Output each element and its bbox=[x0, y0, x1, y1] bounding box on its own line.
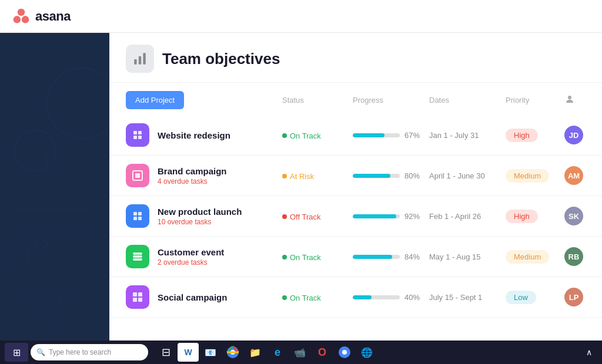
svg-rect-36 bbox=[138, 292, 142, 296]
col-header-status: Status bbox=[282, 96, 353, 105]
svg-rect-23 bbox=[138, 131, 142, 134]
project-name: Brand campaign bbox=[158, 166, 282, 176]
svg-rect-35 bbox=[133, 292, 137, 296]
svg-rect-25 bbox=[138, 136, 142, 139]
table-row[interactable]: Website redesign On Track 67% Jan 1 - Ju… bbox=[109, 115, 602, 156]
priority-badge: Medium bbox=[506, 250, 549, 264]
taskbar-app-word[interactable]: W bbox=[178, 343, 199, 362]
project-icon bbox=[126, 285, 149, 309]
progress-bar bbox=[353, 295, 400, 299]
status-label: On Track bbox=[290, 132, 321, 140]
svg-point-8 bbox=[59, 294, 71, 306]
top-bar: asana bbox=[0, 0, 602, 33]
project-list: Website redesign On Track 67% Jan 1 - Ju… bbox=[109, 115, 602, 318]
svg-point-2 bbox=[22, 16, 29, 23]
table-row[interactable]: New product launch 10 overdue tasks Off … bbox=[109, 196, 602, 237]
progress-bar bbox=[353, 133, 400, 137]
project-icon bbox=[126, 245, 149, 268]
project-avatar: SK bbox=[564, 207, 586, 225]
taskbar-right: ∧ bbox=[581, 344, 597, 360]
project-overdue: 4 overdue tasks bbox=[158, 177, 282, 186]
taskbar-app-mail[interactable]: 📧 bbox=[200, 343, 221, 362]
priority-badge: Low bbox=[506, 291, 536, 304]
page-header: Team objectives bbox=[109, 33, 602, 83]
svg-point-5 bbox=[6, 244, 29, 268]
taskbar-search[interactable]: 🔍 Type here to search bbox=[31, 344, 148, 360]
avatar: AM bbox=[564, 166, 583, 185]
svg-point-9 bbox=[24, 315, 35, 326]
project-status: On Track bbox=[282, 130, 353, 140]
table-row[interactable]: Social campaign On Track 40% July 15 - S… bbox=[109, 277, 602, 318]
taskbar-app-chrome[interactable] bbox=[222, 343, 243, 362]
project-dates: Feb 1 - April 26 bbox=[429, 212, 506, 221]
project-dates: May 1 - Aug 15 bbox=[429, 252, 506, 261]
status-label: Off Track bbox=[290, 213, 321, 221]
svg-rect-14 bbox=[33, 236, 48, 251]
project-overdue: 10 overdue tasks bbox=[158, 218, 282, 226]
project-name: Social campaign bbox=[158, 292, 282, 302]
project-dates: July 15 - Sept 1 bbox=[429, 293, 506, 302]
sidebar bbox=[0, 33, 109, 341]
asana-logo-icon bbox=[12, 7, 31, 26]
project-dates: Jan 1 - July 31 bbox=[429, 131, 506, 140]
avatar: SK bbox=[564, 207, 583, 225]
project-info: Website redesign bbox=[158, 130, 282, 140]
taskbar-app-chrome2[interactable] bbox=[334, 343, 355, 362]
taskbar-app-ie[interactable]: e bbox=[267, 343, 288, 362]
svg-point-6 bbox=[24, 291, 35, 303]
svg-rect-24 bbox=[133, 136, 137, 139]
start-button[interactable]: ⊞ bbox=[5, 343, 28, 362]
sidebar-decoration bbox=[0, 33, 109, 341]
avatar: RB bbox=[564, 247, 583, 266]
project-priority: Medium bbox=[506, 250, 564, 264]
svg-rect-30 bbox=[133, 217, 137, 220]
taskbar-app-zoom[interactable]: 📹 bbox=[289, 343, 310, 362]
svg-rect-28 bbox=[133, 212, 137, 215]
taskbar-app-folder[interactable]: 📁 bbox=[245, 343, 266, 362]
taskbar-app-tor[interactable]: 🌐 bbox=[356, 343, 377, 362]
column-headers: Status Progress Dates Priority bbox=[282, 94, 586, 107]
project-avatar: JD bbox=[564, 126, 586, 144]
search-icon: 🔍 bbox=[36, 348, 45, 356]
svg-rect-27 bbox=[135, 173, 140, 178]
project-icon bbox=[126, 164, 149, 187]
svg-point-10 bbox=[41, 315, 53, 326]
progress-bar bbox=[353, 214, 400, 218]
table-row[interactable]: Customer event 2 overdue tasks On Track … bbox=[109, 237, 602, 277]
project-priority: High bbox=[506, 129, 564, 142]
taskbar-app-opera[interactable]: O bbox=[312, 343, 333, 362]
status-label: On Track bbox=[290, 294, 321, 302]
project-avatar: LP bbox=[564, 288, 586, 306]
project-progress: 92% bbox=[353, 212, 429, 221]
project-status: On Track bbox=[282, 292, 353, 302]
priority-badge: High bbox=[506, 210, 538, 223]
svg-rect-37 bbox=[133, 298, 137, 302]
progress-percent: 80% bbox=[404, 171, 423, 180]
svg-rect-22 bbox=[133, 131, 137, 134]
svg-rect-20 bbox=[143, 53, 145, 65]
taskbar-app-files[interactable]: ⊟ bbox=[155, 343, 176, 362]
table-row[interactable]: Brand campaign 4 overdue tasks At Risk 8… bbox=[109, 156, 602, 196]
svg-rect-19 bbox=[139, 56, 141, 65]
project-priority: Medium bbox=[506, 169, 564, 183]
project-icon bbox=[126, 204, 149, 228]
svg-point-0 bbox=[18, 8, 25, 15]
avatar: JD bbox=[564, 126, 583, 144]
page-icon bbox=[126, 45, 154, 73]
project-progress: 40% bbox=[353, 293, 429, 302]
add-project-button[interactable]: Add Project bbox=[126, 91, 184, 109]
svg-rect-29 bbox=[138, 212, 142, 215]
project-progress: 67% bbox=[353, 131, 429, 140]
progress-percent: 40% bbox=[404, 293, 423, 302]
svg-point-1 bbox=[14, 16, 21, 23]
avatar: LP bbox=[564, 288, 583, 306]
svg-point-7 bbox=[41, 297, 53, 309]
taskbar: ⊞ 🔍 Type here to search ⊟ W 📧 📁 e 📹 O 🌐 … bbox=[0, 341, 602, 364]
project-name: New product launch bbox=[158, 207, 282, 217]
svg-rect-33 bbox=[133, 252, 142, 255]
status-label: On Track bbox=[290, 253, 321, 262]
project-info: Customer event 2 overdue tasks bbox=[158, 247, 282, 267]
col-header-avatar bbox=[564, 94, 586, 107]
progress-percent: 92% bbox=[404, 212, 423, 221]
asana-logo: asana bbox=[12, 7, 71, 26]
